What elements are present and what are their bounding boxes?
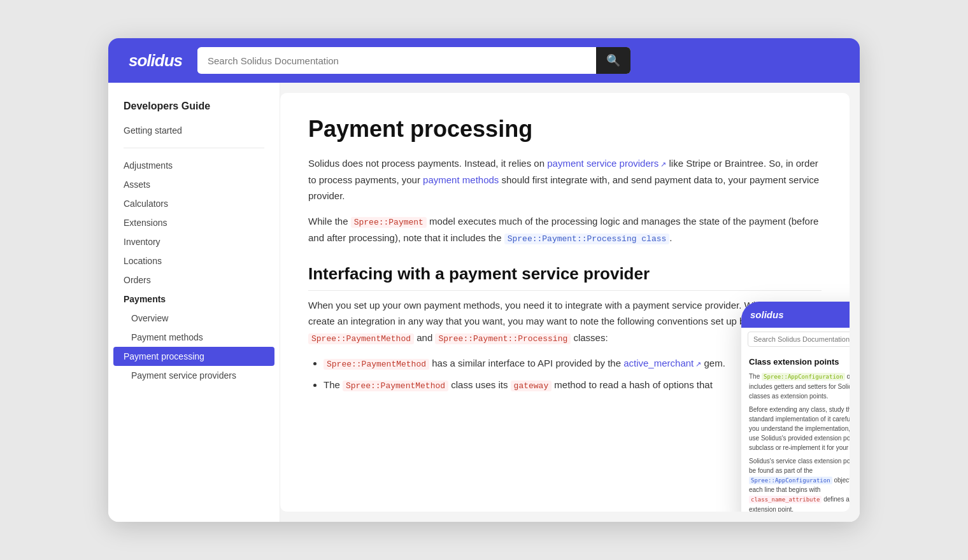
mobile-code2: Spree::AppConfiguration	[749, 477, 832, 484]
sidebar-item-getting-started[interactable]: Getting started	[108, 121, 280, 140]
spree-payment-method-code3: Spree::PaymentMethod	[343, 381, 448, 391]
payment-service-providers-link[interactable]: payment service providers	[547, 158, 666, 169]
sidebar-item-payment-service-providers[interactable]: Payment service providers	[108, 366, 280, 385]
sidebar-item-overview[interactable]: Overview	[108, 309, 280, 328]
search-input[interactable]	[197, 49, 596, 73]
search-bar: 🔍	[197, 47, 630, 74]
sidebar-item-payments[interactable]: Payments	[108, 290, 280, 309]
mobile-logo: solidus	[750, 309, 784, 320]
spree-payment-method-code1: Spree::PaymentMethod	[308, 333, 414, 344]
main-area: Developers Guide Getting started Adjustm…	[108, 83, 860, 522]
search-button[interactable]: 🔍	[596, 47, 630, 74]
sidebar-title: Developers Guide	[108, 101, 280, 121]
mobile-header: solidus ≡	[741, 302, 850, 328]
sidebar-item-orders[interactable]: Orders	[108, 270, 280, 290]
mobile-para1: The Spree::AppConfiguration object inclu…	[749, 372, 850, 401]
sidebar-item-calculators[interactable]: Calculators	[108, 194, 280, 213]
sidebar-item-inventory[interactable]: Inventory	[108, 232, 280, 251]
sidebar: Developers Guide Getting started Adjustm…	[108, 83, 280, 522]
sidebar-item-extensions[interactable]: Extensions	[108, 213, 280, 232]
mobile-para3: Solidus's service class extension points…	[749, 456, 850, 512]
mobile-search-bar: 🔍	[748, 332, 850, 347]
mobile-content: Class extension points The Spree::AppCon…	[741, 351, 850, 512]
active-merchant-link[interactable]: active_merchant	[623, 358, 701, 368]
mobile-search-input[interactable]	[753, 335, 850, 343]
mobile-code3: class_name_attribute	[749, 496, 822, 503]
page-title: Payment processing	[308, 116, 822, 143]
sidebar-item-adjustments[interactable]: Adjustments	[108, 156, 280, 175]
spree-payment-method-code2: Spree::PaymentMethod	[324, 359, 429, 370]
browser-window: solidus 🔍 Developers Guide Getting start…	[108, 38, 860, 522]
mobile-content-title: Class extension points	[749, 357, 850, 367]
section1-heading: Interfacing with a payment service provi…	[308, 264, 822, 291]
header: solidus 🔍	[108, 38, 860, 83]
sidebar-item-payment-processing[interactable]: Payment processing	[113, 347, 274, 366]
payment-methods-link[interactable]: payment methods	[423, 174, 499, 185]
gateway-code: gateway	[511, 381, 552, 391]
processing-class-code: Spree::Payment::Processing class	[504, 234, 670, 244]
mobile-code1: Spree::AppConfiguration	[762, 373, 845, 381]
sidebar-item-assets[interactable]: Assets	[108, 175, 280, 194]
sidebar-item-payment-methods[interactable]: Payment methods	[108, 328, 280, 347]
sidebar-item-locations[interactable]: Locations	[108, 251, 280, 270]
logo: solidus	[129, 51, 182, 71]
processing-class-link[interactable]: Spree::Payment::Processing class	[504, 232, 670, 243]
content-area: Payment processing Solidus does not proc…	[280, 93, 850, 512]
spree-payment-code: Spree::Payment	[351, 217, 427, 228]
intro-paragraph: Solidus does not process payments. Inste…	[308, 155, 822, 204]
processing-code: Spree::Payment::Processing	[435, 333, 571, 344]
mobile-para2: Before extending any class, study the st…	[749, 405, 850, 452]
spree-payment-paragraph: While the Spree::Payment model executes …	[308, 213, 822, 246]
mobile-mockup: solidus ≡ 🔍 Class extension points The S…	[741, 302, 850, 512]
